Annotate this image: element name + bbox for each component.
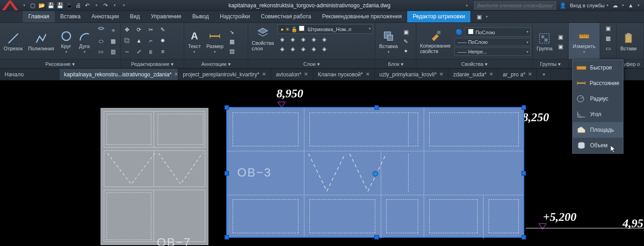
file-tab-5[interactable]: uzly_primykania_krovli* ✕ (375, 69, 448, 80)
web-mobile-icon[interactable]: 📱 (65, 1, 73, 10)
grip-handle[interactable] (374, 105, 379, 110)
panel-title-block[interactable]: Блок ▾ (375, 59, 416, 68)
layer-c2-icon[interactable]: ◈ (288, 45, 297, 53)
ellipse-icon[interactable]: ⬭ (96, 37, 106, 45)
close-icon[interactable]: ✕ (366, 71, 370, 77)
close-icon[interactable]: ✕ (304, 71, 308, 77)
table-icon[interactable]: ▦ (227, 37, 236, 46)
panel-title-groups[interactable]: Группы ▾ (533, 59, 568, 68)
layer-c3-icon[interactable]: ◈ (298, 45, 308, 53)
grip-handle[interactable] (224, 105, 229, 110)
close-icon[interactable]: ✕ (489, 71, 493, 77)
tab-vstavka[interactable]: Вставка (55, 11, 86, 22)
spline-icon[interactable]: ✧ (109, 27, 118, 35)
rect-icon[interactable]: ▭ (96, 48, 106, 56)
layer-b4-icon[interactable]: ◈ (309, 35, 318, 43)
paste-button[interactable]: Встави (618, 31, 639, 52)
signin-icon[interactable]: 👤 (559, 1, 567, 10)
tab-sovmestnaya[interactable]: Совместная работа (255, 11, 317, 22)
undo-list-caret[interactable]: ▾ (92, 1, 101, 10)
layer-b1-icon[interactable]: ◈ (277, 35, 287, 43)
tab-rekom[interactable]: Рекомендованные приложения (317, 11, 407, 22)
trim-icon[interactable]: ✂ (146, 26, 155, 34)
measure-angle[interactable]: Угол (573, 107, 623, 122)
close-icon[interactable]: ✕ (262, 71, 266, 77)
layer-b2-icon[interactable]: ◈ (288, 35, 297, 43)
signin-link[interactable]: Вход в службы ▾ (570, 3, 608, 8)
create-block-icon[interactable]: ▣ (401, 28, 410, 36)
new-icon[interactable]: ▢ (28, 1, 37, 10)
layer-c1-icon[interactable]: ◈ (277, 45, 287, 53)
grip-handle[interactable] (522, 235, 526, 240)
region-icon[interactable]: ▥ (109, 48, 118, 56)
file-tab-4[interactable]: Клапан пусковой* ✕ (313, 69, 375, 80)
panel-title-props[interactable]: Свойства ▾ (416, 59, 532, 68)
panel-title-annot[interactable]: Аннотации ▾ (184, 59, 247, 68)
exchange-icon[interactable]: ☁ (611, 1, 619, 10)
arc-button[interactable]: Дуга ▾ (76, 29, 93, 55)
polyline-button[interactable]: Полилиния (26, 31, 56, 52)
new-tab-button[interactable]: + (537, 69, 551, 80)
measure-distance[interactable]: Расстояние (573, 75, 623, 91)
tab-vyvod[interactable]: Вывод (187, 11, 214, 22)
qat-customize-caret[interactable]: ▾ (120, 1, 128, 10)
file-tab-2[interactable]: project_pereplanirovki_kvartiry* ✕ (178, 69, 271, 80)
text-button[interactable]: A Текст ▾ (186, 29, 202, 55)
util-select-icon[interactable]: ▭ (604, 44, 613, 53)
panel-title-edit[interactable]: Редактирование ▾ (121, 59, 184, 68)
offset-icon[interactable]: ≡ (158, 48, 167, 56)
hatch-icon[interactable]: ▦ (109, 37, 118, 45)
mirror-icon[interactable]: ▲ (134, 37, 144, 45)
hatch-origin-grip[interactable] (373, 171, 378, 176)
undo-icon[interactable]: ↶ (83, 1, 91, 10)
grip-handle[interactable] (522, 171, 526, 176)
dimension-button[interactable]: Размер ▾ (204, 29, 225, 55)
grip-handle[interactable] (224, 235, 229, 240)
leader-icon[interactable]: ↘ (227, 28, 236, 36)
color-combo[interactable]: ПоСлою▾ (465, 27, 531, 37)
layer-c5-icon[interactable]: ◈ (319, 45, 329, 53)
tab-vid[interactable]: Вид (124, 11, 145, 22)
layer-props-button[interactable]: Свойства слоя (250, 26, 276, 52)
layer-b3-icon[interactable]: ◈ (298, 35, 308, 43)
grip-handle[interactable] (374, 235, 379, 240)
grip-handle[interactable] (522, 105, 526, 110)
panel-title-draw[interactable]: Рисование ▾ (0, 59, 120, 68)
layer-c4-icon[interactable]: ◈ (309, 45, 318, 53)
plot-icon[interactable]: 🖨 (74, 1, 82, 10)
close-icon[interactable]: ✕ (439, 71, 443, 77)
circle-button[interactable]: Круг ▾ (58, 29, 75, 55)
linetype-combo[interactable]: Непре...▾ (454, 48, 531, 56)
stretch-icon[interactable]: ↔ (122, 48, 132, 56)
match-props-button[interactable]: Копирование свойств (418, 28, 452, 55)
help-icon[interactable]: ▲ (627, 1, 635, 10)
app-logo[interactable] (2, 0, 18, 11)
panel-title-layers[interactable]: Слои ▾ (248, 59, 375, 68)
fillet-icon[interactable]: ⌐ (146, 37, 155, 45)
file-tab-7[interactable]: ar_pro a* ✕ (498, 69, 537, 80)
scale-icon[interactable]: ⤢ (134, 48, 144, 56)
rectangle-icon[interactable] (96, 27, 106, 35)
group-edit-icon[interactable]: ▣ (556, 33, 565, 41)
group-button[interactable]: Группа (535, 31, 554, 52)
measure-area[interactable]: Площадь (573, 122, 623, 138)
saveas-icon[interactable]: 💾 (56, 1, 64, 10)
tab-glavnaya[interactable]: Главная (23, 11, 55, 22)
redo-icon[interactable]: ↷ (101, 1, 110, 10)
measure-radius[interactable]: Радиус (573, 91, 623, 107)
tab-annotatsii[interactable]: Аннотации (86, 11, 124, 22)
redo-list-caret[interactable]: ▾ (111, 1, 119, 10)
tab-nadstroiki[interactable]: Надстройки (214, 11, 255, 22)
grip-handle[interactable] (224, 171, 229, 176)
search-input[interactable] (474, 1, 556, 10)
edit-block-icon[interactable]: ✎ (401, 37, 410, 46)
tab-upravlenie[interactable]: Управление (145, 11, 187, 22)
group-toggle-icon[interactable]: ▣ (556, 43, 565, 51)
file-tab-3[interactable]: avtosalon* ✕ (271, 69, 313, 80)
measure-quick[interactable]: Быстрое (573, 60, 623, 75)
file-tab-1[interactable]: kapitalnaya_rekonstru...istrativnogo_zda… (59, 69, 178, 80)
file-tab-6[interactable]: zdanie_suda* ✕ (448, 69, 498, 80)
close-icon[interactable]: ✕ (528, 71, 532, 77)
app-menu-caret[interactable]: ▾ (20, 1, 28, 10)
util-calc-icon[interactable]: ▦ (604, 34, 613, 43)
